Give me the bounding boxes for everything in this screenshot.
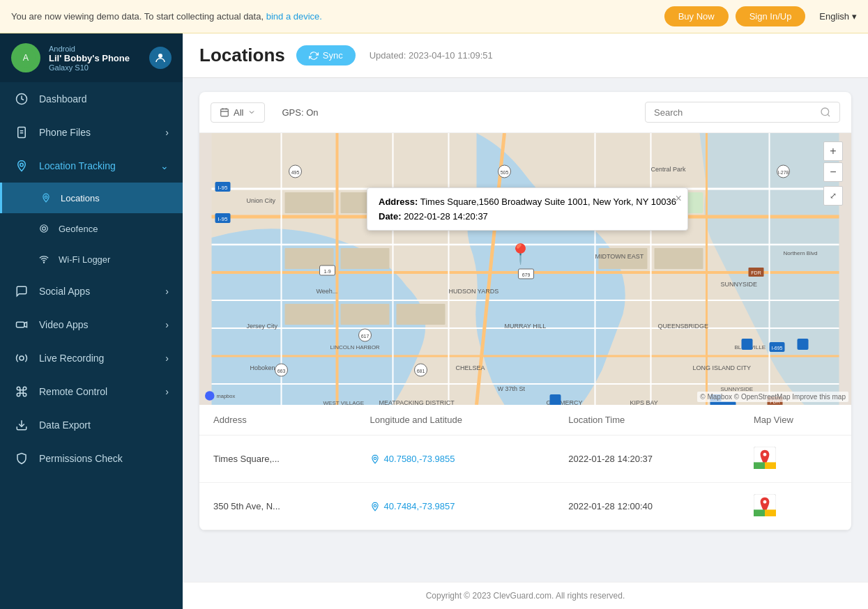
- sidebar-item-data-export[interactable]: Data Export: [0, 408, 183, 442]
- table-row: 350 5th Ave, N... 40.7484,-73.9857 2022-…: [199, 483, 851, 530]
- search-box[interactable]: [645, 102, 840, 123]
- mapbox-logo-svg: mapbox: [205, 391, 247, 401]
- map-location-pin[interactable]: 📍: [508, 242, 533, 265]
- social-apps-icon: [14, 284, 29, 299]
- date-filter-label: All: [234, 107, 243, 118]
- buy-now-button[interactable]: Buy Now: [664, 6, 729, 26]
- chevron-down-icon: [248, 108, 256, 116]
- cell-coords[interactable]: 40.7580,-73.9855: [356, 435, 555, 483]
- sidebar-item-permissions-check[interactable]: Permissions Check: [0, 442, 183, 475]
- google-maps-icon[interactable]: [754, 447, 776, 469]
- bind-device-link[interactable]: bind a device.: [266, 11, 322, 22]
- cell-time: 2022-01-28 12:00:40: [554, 483, 740, 530]
- svg-text:W 37th St: W 37th St: [498, 385, 526, 392]
- cell-coords[interactable]: 40.7484,-73.9857: [356, 483, 555, 530]
- data-export-icon: [14, 417, 29, 433]
- map-background: Union City Central Park YORKVILLE Weeh..…: [199, 133, 851, 405]
- search-icon: [820, 107, 831, 118]
- svg-text:I-695: I-695: [772, 346, 783, 350]
- zoom-out-button[interactable]: −: [823, 162, 843, 182]
- coord-link[interactable]: 40.7484,-73.9857: [370, 501, 541, 511]
- sidebar-item-remote-control[interactable]: Remote Control ›: [0, 375, 183, 408]
- zoom-in-button[interactable]: +: [823, 141, 843, 161]
- svg-point-10: [43, 227, 46, 231]
- user-account-icon[interactable]: [149, 47, 172, 69]
- live-recording-icon: [14, 350, 29, 366]
- sidebar-item-label: Remote Control: [39, 386, 107, 397]
- mapbox-logo: mapbox: [205, 391, 247, 402]
- svg-text:MURRAY HILL: MURRAY HILL: [505, 323, 547, 330]
- tooltip-address: Address: Times Square,1560 Broadway Suit…: [379, 196, 676, 207]
- footer: Copyright © 2023 ClevGuard.com. All righ…: [183, 582, 868, 609]
- svg-text:MEATPACKING DISTRICT: MEATPACKING DISTRICT: [379, 399, 455, 405]
- language-label: English: [819, 11, 849, 22]
- google-maps-icon[interactable]: [754, 494, 776, 516]
- svg-text:A: A: [23, 53, 29, 63]
- sidebar-item-label: Social Apps: [39, 286, 90, 297]
- sidebar-item-label: Permissions Check: [39, 453, 123, 464]
- date-filter-dropdown[interactable]: All: [211, 102, 265, 123]
- banner-main-text: You are now viewing demo data. To start …: [11, 11, 264, 22]
- svg-rect-115: [765, 509, 776, 516]
- cell-mapview[interactable]: [740, 483, 851, 530]
- address-label: Address:: [379, 196, 418, 207]
- avatar: A: [11, 43, 40, 72]
- date-label: Date:: [379, 211, 402, 222]
- coord-link[interactable]: 40.7580,-73.9855: [370, 454, 541, 464]
- search-input[interactable]: [654, 107, 814, 118]
- device-os: Android: [49, 45, 141, 53]
- svg-text:mapbox: mapbox: [217, 393, 236, 399]
- table-row: Times Square,... 40.7580,-73.9855 2022-0…: [199, 435, 851, 483]
- svg-point-9: [40, 225, 48, 233]
- svg-text:495: 495: [291, 170, 300, 175]
- sidebar-item-video-apps[interactable]: Video Apps ›: [0, 308, 183, 341]
- svg-point-20: [821, 108, 829, 116]
- content-area: Locations Sync Updated: 2023-04-10 11:09…: [183, 33, 868, 609]
- location-icon: [370, 502, 380, 511]
- svg-text:Hoboken: Hoboken: [250, 364, 275, 371]
- sign-in-button[interactable]: Sign In/Up: [736, 6, 806, 26]
- sidebar-item-label: Phone Files: [39, 127, 91, 138]
- svg-text:I-278: I-278: [778, 170, 789, 175]
- svg-rect-49: [285, 304, 334, 325]
- chevron-right-icon: ›: [165, 286, 169, 297]
- chevron-down-icon: ▾: [852, 11, 857, 22]
- svg-rect-50: [341, 304, 390, 325]
- sidebar-subitem-locations[interactable]: Locations: [0, 183, 183, 213]
- sidebar-item-label: Location Tracking: [39, 160, 116, 171]
- sidebar-subitem-wifi-logger[interactable]: Wi-Fi Logger: [0, 244, 183, 275]
- location-content: All GPS: On: [183, 78, 868, 582]
- fullscreen-button[interactable]: ⤢: [823, 186, 843, 206]
- svg-rect-99: [742, 339, 753, 350]
- map-tooltip: × Address: Times Square,1560 Broadway Su…: [367, 187, 688, 231]
- video-apps-icon: [14, 317, 29, 332]
- sidebar-item-social-apps[interactable]: Social Apps ›: [0, 275, 183, 308]
- sidebar-subitem-geofence[interactable]: Geofence: [0, 213, 183, 244]
- page-header: Locations Sync Updated: 2023-04-10 11:09…: [183, 33, 868, 78]
- address-value: Times Square,1560 Broadway Suite 1001, N…: [420, 196, 676, 207]
- svg-text:MIDTOWN EAST: MIDTOWN EAST: [595, 253, 644, 260]
- svg-point-11: [43, 262, 44, 263]
- page-title: Locations: [199, 45, 285, 66]
- dashboard-icon: [14, 91, 29, 107]
- sidebar-item-phone-files[interactable]: Phone Files ›: [0, 116, 183, 149]
- sidebar-item-location-tracking[interactable]: Location Tracking ⌄: [0, 149, 183, 183]
- svg-text:LINCOLN HARBOR: LINCOLN HARBOR: [330, 344, 380, 350]
- filter-bar: All GPS: On: [199, 92, 851, 133]
- sidebar-item-label: Data Export: [39, 419, 91, 431]
- sidebar-item-live-recording[interactable]: Live Recording ›: [0, 341, 183, 375]
- banner-actions: Buy Now Sign In/Up English ▾: [664, 6, 857, 26]
- language-selector[interactable]: English ▾: [819, 11, 857, 22]
- location-tracking-icon: [14, 158, 29, 174]
- location-card: All GPS: On: [199, 92, 851, 530]
- svg-text:Central Park: Central Park: [651, 166, 687, 173]
- device-info: Android Lil' Bobby's Phone Galaxy S10: [49, 45, 141, 72]
- sync-button[interactable]: Sync: [296, 45, 356, 65]
- sidebar-item-dashboard[interactable]: Dashboard: [0, 82, 183, 116]
- subitem-label: Locations: [61, 193, 100, 203]
- sidebar-item-label: Dashboard: [39, 93, 87, 105]
- cell-mapview[interactable]: [740, 435, 851, 483]
- svg-text:Jersey City: Jersey City: [247, 323, 278, 330]
- sidebar-item-label: Live Recording: [39, 353, 104, 364]
- tooltip-close-button[interactable]: ×: [676, 192, 682, 205]
